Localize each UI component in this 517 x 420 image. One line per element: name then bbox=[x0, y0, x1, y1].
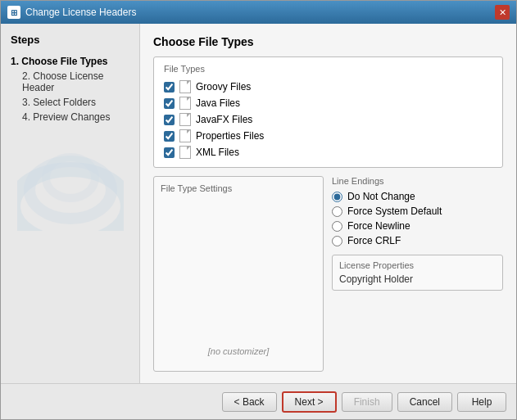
step-3: 3. Select Folders bbox=[11, 95, 129, 110]
radio-do-not-change-label: Do Not Change bbox=[347, 191, 415, 202]
file-types-group: File Types Groovy Files Java Files JavaF… bbox=[153, 56, 503, 168]
file-type-settings-label: File Type Settings bbox=[161, 183, 316, 193]
properties-checkbox[interactable] bbox=[164, 131, 175, 142]
next-button[interactable]: Next > bbox=[282, 391, 337, 413]
panel-title: Choose File Types bbox=[153, 35, 503, 48]
radio-do-not-change: Do Not Change bbox=[332, 189, 503, 204]
xml-label: XML Files bbox=[196, 147, 239, 158]
back-button[interactable]: < Back bbox=[222, 392, 277, 412]
java-label: Java Files bbox=[196, 97, 240, 109]
content-area: Steps 1. Choose File Types 2. Choose Lic… bbox=[1, 24, 516, 383]
sidebar-watermark bbox=[11, 141, 129, 231]
sidebar: Steps 1. Choose File Types 2. Choose Lic… bbox=[1, 24, 140, 383]
java-file-icon bbox=[179, 97, 191, 110]
file-type-properties: Properties Files bbox=[164, 128, 492, 144]
file-type-groovy: Groovy Files bbox=[164, 79, 492, 95]
license-properties-label: License Properties bbox=[339, 260, 496, 270]
java-checkbox[interactable] bbox=[164, 98, 175, 109]
radio-force-crlf: Force CRLF bbox=[332, 233, 503, 248]
window-icon: ⊞ bbox=[7, 6, 20, 19]
groovy-checkbox[interactable] bbox=[164, 82, 175, 93]
right-section: Line Endings Do Not Change Force System … bbox=[332, 176, 503, 372]
copyright-holder-value: Copyright Holder bbox=[339, 273, 496, 285]
radio-force-newline-input[interactable] bbox=[332, 221, 342, 232]
footer: < Back Next > Finish Cancel Help bbox=[1, 383, 516, 419]
groovy-label: Groovy Files bbox=[196, 81, 251, 93]
javafx-file-icon bbox=[179, 113, 191, 126]
radio-force-system-default: Force System Default bbox=[332, 204, 503, 219]
window-title: Change License Headers bbox=[25, 7, 136, 18]
steps-list: 1. Choose File Types 2. Choose License H… bbox=[11, 54, 129, 124]
radio-force-system-label: Force System Default bbox=[347, 205, 442, 217]
step-4: 4. Preview Changes bbox=[11, 110, 129, 124]
radio-force-system-input[interactable] bbox=[332, 206, 342, 217]
close-button[interactable]: ✕ bbox=[495, 5, 510, 20]
watermark-svg bbox=[17, 141, 124, 231]
file-type-java: Java Files bbox=[164, 95, 492, 111]
file-type-settings-panel: File Type Settings [no customizer] bbox=[153, 176, 324, 372]
step-1: 1. Choose File Types bbox=[11, 54, 129, 69]
groovy-file-icon bbox=[179, 80, 191, 93]
file-type-javafx: JavaFX Files bbox=[164, 111, 492, 128]
lower-section: File Type Settings [no customizer] Line … bbox=[153, 176, 503, 372]
radio-force-crlf-label: Force CRLF bbox=[347, 235, 401, 246]
radio-force-crlf-input[interactable] bbox=[332, 236, 342, 246]
properties-file-icon bbox=[179, 129, 191, 142]
finish-button[interactable]: Finish bbox=[342, 392, 392, 412]
no-customizer-text: [no customizer] bbox=[161, 198, 316, 364]
xml-file-icon bbox=[179, 146, 191, 159]
line-endings-panel: Line Endings Do Not Change Force System … bbox=[332, 176, 503, 248]
main-panel: Choose File Types File Types Groovy File… bbox=[140, 24, 516, 383]
license-properties-panel: License Properties Copyright Holder bbox=[332, 255, 503, 291]
xml-checkbox[interactable] bbox=[164, 147, 175, 158]
file-type-xml: XML Files bbox=[164, 144, 492, 160]
sidebar-title: Steps bbox=[11, 34, 129, 46]
cancel-button[interactable]: Cancel bbox=[397, 392, 452, 412]
properties-label: Properties Files bbox=[196, 130, 264, 142]
main-window: ⊞ Change License Headers ✕ Steps 1. Choo… bbox=[0, 0, 517, 420]
file-types-label: File Types bbox=[164, 64, 492, 74]
help-button[interactable]: Help bbox=[457, 392, 506, 412]
step-2: 2. Choose License Header bbox=[11, 69, 129, 95]
radio-do-not-change-input[interactable] bbox=[332, 192, 342, 202]
javafx-label: JavaFX Files bbox=[196, 114, 252, 125]
title-bar-left: ⊞ Change License Headers bbox=[7, 6, 136, 19]
javafx-checkbox[interactable] bbox=[164, 115, 175, 125]
line-endings-label: Line Endings bbox=[332, 176, 503, 186]
radio-force-newline-label: Force Newline bbox=[347, 220, 410, 232]
radio-force-newline: Force Newline bbox=[332, 219, 503, 233]
title-bar: ⊞ Change License Headers ✕ bbox=[1, 1, 516, 24]
